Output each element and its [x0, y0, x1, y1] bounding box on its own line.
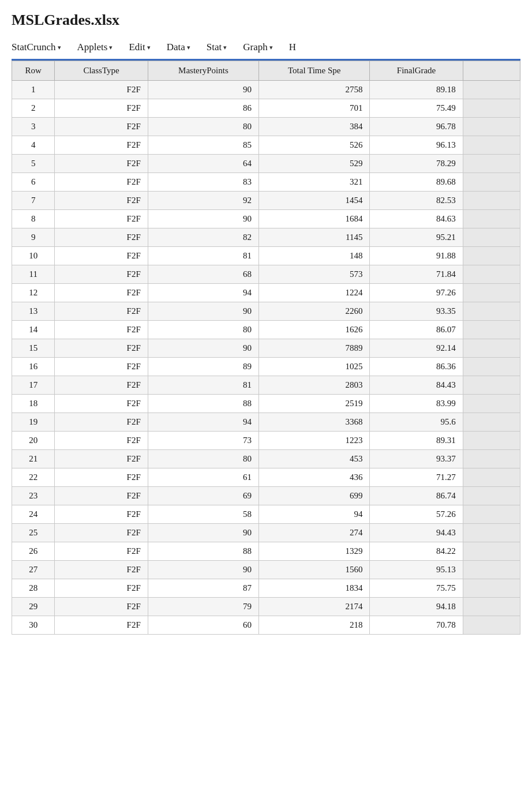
- cell-extra: [463, 616, 520, 635]
- table-row: 25F2F9027494.43: [12, 524, 520, 542]
- cell-time: 321: [259, 173, 370, 192]
- table-row: 4F2F8552696.13: [12, 136, 520, 155]
- cell-classtype: F2F: [55, 468, 148, 487]
- menu-arrow-applets: ▾: [109, 44, 113, 51]
- cell-mastery: 90: [148, 210, 258, 228]
- cell-time: 274: [259, 524, 370, 542]
- cell-extra: [463, 413, 520, 432]
- cell-grade: 86.36: [370, 358, 463, 376]
- table-row: 12F2F94122497.26: [12, 284, 520, 302]
- cell-classtype: F2F: [55, 247, 148, 265]
- table-row: 20F2F73122389.31: [12, 432, 520, 450]
- menu-label-help: H: [289, 42, 296, 53]
- cell-grade: 71.84: [370, 265, 463, 284]
- menu-arrow-stat: ▾: [223, 44, 227, 51]
- cell-time: 7889: [259, 339, 370, 358]
- table-row: 26F2F88132984.22: [12, 542, 520, 561]
- cell-grade: 89.18: [370, 81, 463, 99]
- cell-classtype: F2F: [55, 136, 148, 155]
- file-title: MSLGrades.xlsx: [12, 12, 520, 29]
- cell-row-num: 18: [12, 395, 55, 413]
- cell-mastery: 89: [148, 358, 258, 376]
- cell-classtype: F2F: [55, 579, 148, 598]
- cell-time: 2519: [259, 395, 370, 413]
- cell-mastery: 90: [148, 81, 258, 99]
- cell-time: 1145: [259, 228, 370, 247]
- cell-classtype: F2F: [55, 192, 148, 210]
- menu-item-help[interactable]: H: [283, 39, 306, 55]
- cell-time: 1684: [259, 210, 370, 228]
- header-row: Row: [12, 61, 55, 81]
- cell-extra: [463, 81, 520, 99]
- cell-classtype: F2F: [55, 81, 148, 99]
- cell-extra: [463, 136, 520, 155]
- table-row: 22F2F6143671.27: [12, 468, 520, 487]
- menu-arrow-graph: ▾: [269, 44, 273, 51]
- cell-mastery: 80: [148, 118, 258, 136]
- cell-grade: 83.99: [370, 395, 463, 413]
- cell-row-num: 5: [12, 155, 55, 173]
- menu-label-stat: Stat: [207, 42, 222, 53]
- table-row: 27F2F90156095.13: [12, 561, 520, 579]
- table-row: 6F2F8332189.68: [12, 173, 520, 192]
- cell-row-num: 10: [12, 247, 55, 265]
- cell-classtype: F2F: [55, 321, 148, 339]
- cell-grade: 70.78: [370, 616, 463, 635]
- menu-bar: StatCrunch ▾ Applets ▾ Edit ▾ Data ▾ Sta…: [12, 39, 520, 61]
- cell-row-num: 12: [12, 284, 55, 302]
- table-row: 14F2F80162686.07: [12, 321, 520, 339]
- menu-label-data: Data: [167, 42, 185, 53]
- cell-classtype: F2F: [55, 302, 148, 321]
- cell-extra: [463, 524, 520, 542]
- cell-row-num: 8: [12, 210, 55, 228]
- cell-mastery: 90: [148, 339, 258, 358]
- cell-extra: [463, 598, 520, 616]
- cell-mastery: 68: [148, 265, 258, 284]
- table-row: 21F2F8045393.37: [12, 450, 520, 468]
- cell-classtype: F2F: [55, 413, 148, 432]
- cell-grade: 92.14: [370, 339, 463, 358]
- cell-classtype: F2F: [55, 99, 148, 118]
- cell-row-num: 28: [12, 579, 55, 598]
- cell-extra: [463, 210, 520, 228]
- table-row: 30F2F6021870.78: [12, 616, 520, 635]
- cell-classtype: F2F: [55, 358, 148, 376]
- menu-item-data[interactable]: Data ▾: [161, 39, 201, 55]
- menu-arrow-statcrunch: ▾: [58, 44, 61, 51]
- table-row: 24F2F589457.26: [12, 505, 520, 524]
- cell-extra: [463, 192, 520, 210]
- cell-time: 384: [259, 118, 370, 136]
- cell-time: 701: [259, 99, 370, 118]
- cell-extra: [463, 302, 520, 321]
- cell-classtype: F2F: [55, 376, 148, 395]
- cell-mastery: 85: [148, 136, 258, 155]
- menu-item-applets[interactable]: Applets ▾: [72, 39, 123, 55]
- menu-arrow-edit: ▾: [147, 44, 151, 51]
- cell-extra: [463, 228, 520, 247]
- cell-classtype: F2F: [55, 210, 148, 228]
- menu-label-edit: Edit: [129, 42, 145, 53]
- cell-row-num: 16: [12, 358, 55, 376]
- cell-grade: 89.68: [370, 173, 463, 192]
- cell-time: 1834: [259, 579, 370, 598]
- cell-extra: [463, 265, 520, 284]
- menu-item-stat[interactable]: Stat ▾: [201, 39, 237, 55]
- cell-time: 1329: [259, 542, 370, 561]
- table-row: 3F2F8038496.78: [12, 118, 520, 136]
- cell-classtype: F2F: [55, 118, 148, 136]
- cell-extra: [463, 561, 520, 579]
- cell-time: 1454: [259, 192, 370, 210]
- cell-extra: [463, 99, 520, 118]
- cell-grade: 93.35: [370, 302, 463, 321]
- cell-row-num: 17: [12, 376, 55, 395]
- cell-extra: [463, 579, 520, 598]
- cell-time: 1626: [259, 321, 370, 339]
- menu-item-statcrunch[interactable]: StatCrunch ▾: [12, 39, 72, 55]
- menu-item-edit[interactable]: Edit ▾: [123, 39, 160, 55]
- table-row: 16F2F89102586.36: [12, 358, 520, 376]
- cell-extra: [463, 468, 520, 487]
- cell-mastery: 83: [148, 173, 258, 192]
- cell-mastery: 88: [148, 395, 258, 413]
- menu-item-graph[interactable]: Graph ▾: [237, 39, 283, 55]
- cell-time: 94: [259, 505, 370, 524]
